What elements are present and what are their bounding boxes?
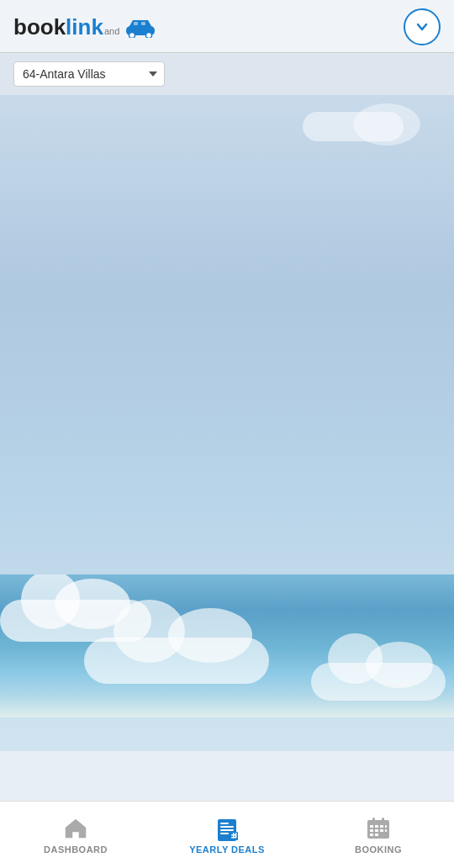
logo-and-text: and: [104, 26, 119, 36]
svg-rect-21: [235, 833, 237, 838]
home-icon: [63, 816, 88, 841]
booking-icon: [366, 816, 391, 841]
svg-rect-11: [141, 22, 145, 25]
logo-link-text: link: [66, 16, 103, 38]
svg-rect-26: [385, 825, 387, 828]
yearly-deals-icon: [214, 816, 240, 841]
svg-rect-31: [370, 834, 373, 836]
nav-item-booking[interactable]: BOOKING: [303, 802, 454, 868]
svg-rect-16: [220, 833, 229, 834]
property-select[interactable]: 64-Antara Villas: [13, 61, 165, 87]
svg-rect-23: [370, 825, 373, 828]
nav-yearly-deals-label: YEARLY DEALS: [189, 844, 265, 855]
sky-cloud-3-puff-b: [366, 642, 433, 688]
property-selector-bar: 64-Antara Villas: [0, 53, 454, 95]
nav-booking-label: BOOKING: [355, 844, 402, 855]
logo-area: book link and: [13, 16, 157, 38]
svg-point-9: [146, 33, 152, 39]
bottom-navigation: DASHBOARD YEARLY DEALS: [0, 801, 454, 868]
svg-point-8: [129, 33, 135, 39]
sky-cloud-2: [84, 638, 269, 684]
svg-rect-15: [220, 829, 234, 831]
logo-car-icon: [124, 16, 157, 38]
svg-rect-24: [375, 825, 378, 828]
svg-rect-25: [380, 825, 383, 828]
app-header: book link and: [0, 0, 454, 53]
svg-rect-27: [370, 829, 373, 832]
svg-rect-28: [375, 829, 378, 832]
header-user-dropdown[interactable]: [404, 8, 441, 45]
svg-rect-13: [220, 823, 229, 824]
svg-rect-30: [385, 829, 387, 832]
sky-cloud-2-puff-b: [168, 608, 252, 663]
svg-rect-32: [375, 834, 378, 836]
svg-rect-20: [233, 833, 235, 838]
main-content: Yearly Deals Rateplan Standard Rate Sele…: [0, 95, 454, 801]
nav-dashboard-label: DASHBOARD: [44, 844, 108, 855]
svg-rect-14: [220, 826, 234, 828]
svg-rect-34: [382, 818, 384, 823]
svg-rect-29: [380, 829, 383, 832]
svg-rect-10: [134, 22, 138, 25]
nav-item-dashboard[interactable]: DASHBOARD: [0, 802, 151, 868]
svg-rect-33: [372, 818, 375, 823]
sky-image-section: [0, 574, 454, 717]
sky-cloud-3: [311, 663, 446, 701]
cloud-deco-2: [353, 103, 420, 146]
logo-book-text: book: [13, 16, 66, 38]
dropdown-arrow-icon: [414, 19, 430, 35]
nav-item-yearly-deals[interactable]: YEARLY DEALS: [151, 802, 303, 868]
sky-image-inner: [0, 574, 454, 717]
